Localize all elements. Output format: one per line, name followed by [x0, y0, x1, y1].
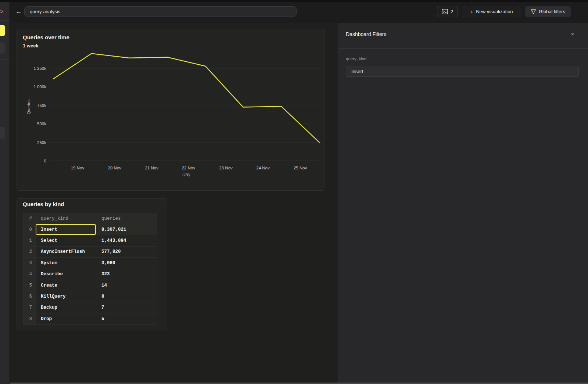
y-tick-label: 250k: [37, 140, 46, 145]
sidebar-item[interactable]: [0, 42, 5, 54]
x-tick-label: 19 Nov: [71, 166, 85, 170]
panel-divider: [338, 48, 588, 49]
queries-series-line: [54, 54, 319, 143]
column-header-index[interactable]: #: [24, 213, 36, 224]
cell-query-kind[interactable]: Drop: [36, 313, 96, 324]
sidebar-divider: [0, 20, 10, 21]
cell-query-kind[interactable]: KillQuery: [36, 291, 96, 302]
column-header-query-kind[interactable]: query_kind: [36, 213, 96, 224]
cell-queries[interactable]: 1,443,894: [96, 235, 157, 246]
y-tick-label: 1 000k: [33, 85, 46, 89]
cell-query-kind[interactable]: Backup: [36, 302, 96, 313]
window-bottom-edge: [10, 383, 588, 384]
cell-query-kind[interactable]: System: [36, 258, 96, 269]
refresh-icon[interactable]: ↻: [0, 8, 3, 15]
row-index: 6: [24, 291, 36, 302]
cell-query-kind[interactable]: Select: [36, 235, 96, 246]
sidebar-divider: [0, 60, 10, 60]
row-index: 0: [24, 224, 36, 235]
dashboard-canvas: Queries over time 1 week 0250k500k750k1 …: [10, 23, 338, 383]
filter-field-label: query_kind: [346, 57, 366, 61]
x-tick-label: 22 Nov: [182, 166, 196, 170]
console-tab-count: 2: [451, 9, 453, 14]
global-filters-button[interactable]: Global filters: [525, 6, 571, 17]
row-index: 5: [24, 280, 36, 291]
y-tick-label: 750k: [37, 103, 46, 108]
queries-over-time-line-chart[interactable]: 0250k500k750k1 000k1 250k19 Nov20 Nov21 …: [17, 29, 324, 190]
x-axis-label: Day: [182, 172, 191, 177]
x-tick-label: 20 Nov: [108, 166, 122, 170]
row-index: 1: [24, 235, 36, 246]
cell-queries[interactable]: 323: [96, 269, 157, 280]
filter-funnel-icon: [531, 9, 536, 14]
chart-card-queries-over-time[interactable]: Queries over time 1 week 0250k500k750k1 …: [17, 29, 325, 191]
new-visualization-label: New visualization: [476, 9, 513, 14]
cell-queries[interactable]: 7: [96, 302, 157, 313]
global-filters-label: Global filters: [539, 9, 565, 14]
row-index: 7: [24, 302, 36, 313]
cell-queries[interactable]: 8: [96, 291, 157, 302]
table-title: Queries by kind: [23, 201, 64, 207]
sql-console-tabs-button[interactable]: 2: [437, 6, 458, 17]
y-axis-label: Queries: [26, 100, 31, 115]
cell-query-kind[interactable]: Describe: [36, 269, 96, 280]
console-icon: [442, 9, 448, 14]
sidebar-item[interactable]: [0, 127, 5, 139]
cell-query-kind[interactable]: Create: [36, 280, 96, 291]
sidebar: ↻: [0, 2, 10, 384]
cell-queries[interactable]: 8,307,021: [96, 224, 157, 235]
x-tick-label: 23 Nov: [219, 166, 233, 170]
cell-query-kind[interactable]: AsyncInsertFlush: [36, 247, 96, 258]
cell-queries[interactable]: 577,820: [96, 247, 157, 258]
cell-queries[interactable]: 5: [96, 313, 157, 324]
row-index: 2: [24, 247, 36, 258]
x-tick-label: 21 Nov: [145, 166, 159, 170]
column-header-queries[interactable]: queries: [96, 213, 157, 224]
x-tick-label: 25 Nov: [294, 166, 307, 170]
plus-icon: +: [470, 8, 473, 15]
cell-queries[interactable]: 3,060: [96, 258, 157, 269]
sidebar-item-active-dashboard[interactable]: [0, 25, 5, 36]
dashboard-filters-panel: Dashboard Filters × query_kind: [338, 23, 588, 383]
x-tick-label: 24 Nov: [256, 166, 270, 170]
y-tick-label: 1 250k: [33, 66, 46, 71]
queries-by-kind-table: #query_kindqueries0Insert8,307,0211Selec…: [23, 213, 157, 325]
new-visualization-button[interactable]: + New visualization: [463, 6, 520, 17]
top-bar: ← 2 + New visualization Global filters: [10, 2, 588, 23]
query-kind-filter-input[interactable]: [346, 66, 579, 77]
row-index: 8: [24, 313, 36, 324]
cell-query-kind[interactable]: Insert: [36, 224, 96, 235]
back-arrow-icon[interactable]: ←: [15, 7, 23, 17]
table-card-queries-by-kind[interactable]: Queries by kind #query_kindqueries0Inser…: [17, 198, 167, 330]
row-index: 3: [24, 258, 36, 269]
filters-panel-title: Dashboard Filters: [346, 31, 387, 37]
close-icon[interactable]: ×: [569, 30, 576, 37]
dashboard-title-input[interactable]: [24, 6, 297, 17]
row-index: 4: [24, 269, 36, 280]
y-tick-label: 0: [44, 159, 46, 163]
cell-queries[interactable]: 14: [96, 280, 157, 291]
y-tick-label: 500k: [37, 122, 46, 126]
